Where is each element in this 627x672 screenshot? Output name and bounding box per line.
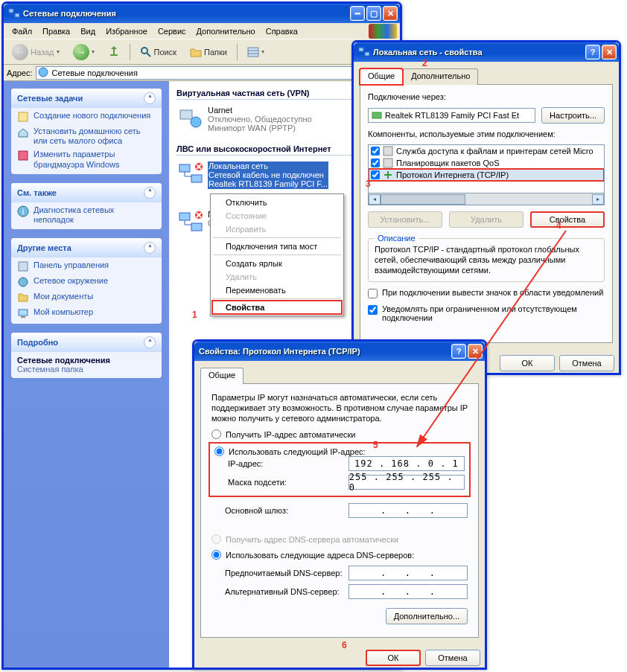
up-button[interactable] bbox=[103, 44, 125, 60]
radio-auto-ip-input[interactable] bbox=[211, 429, 221, 439]
alt-dns-field[interactable]: . . . bbox=[348, 584, 468, 599]
see-also-diagnostics[interactable]: iДиагностика сетевых неполадок bbox=[17, 205, 156, 225]
svg-rect-8 bbox=[19, 112, 28, 121]
remove-button[interactable]: Удалить bbox=[449, 211, 523, 228]
menubar: Файл Правка Вид Избранное Сервис Дополни… bbox=[4, 23, 400, 39]
component-file-print[interactable]: Служба доступа к файлам и принтерам сете… bbox=[369, 145, 604, 157]
ok-button[interactable]: ОК bbox=[366, 650, 421, 666]
titlebar[interactable]: Сетевые подключения ━ ▢ ✕ bbox=[4, 4, 400, 23]
cancel-button[interactable]: Отмена bbox=[425, 650, 480, 666]
tab-general[interactable]: Общие bbox=[360, 68, 403, 85]
scroll-track[interactable] bbox=[381, 194, 592, 205]
chevron-up-icon[interactable]: ˄ bbox=[144, 242, 156, 254]
views-dropdown-icon[interactable]: ▾ bbox=[261, 48, 264, 55]
computer-icon bbox=[17, 307, 29, 319]
ctx-disable[interactable]: Отключить bbox=[212, 196, 342, 209]
connection-status: Отключено, Общедоступно bbox=[208, 115, 312, 124]
panel-title[interactable]: Другие места˄ bbox=[11, 238, 162, 257]
cancel-button[interactable]: Отмена bbox=[559, 355, 614, 371]
install-button[interactable]: Установить... bbox=[368, 211, 442, 228]
close-button[interactable]: ✕ bbox=[383, 6, 398, 21]
views-button[interactable]: ▾ bbox=[242, 44, 270, 60]
radio-manual-ip-input[interactable] bbox=[214, 447, 224, 456]
radio-auto-ip[interactable]: Получить IP-адрес автоматически bbox=[211, 429, 468, 439]
menu-favorites[interactable]: Избранное bbox=[101, 25, 153, 37]
notify-option[interactable]: Уведомлять при ограниченном или отсутств… bbox=[368, 304, 605, 322]
components-label: Компоненты, используемые этим подключени… bbox=[368, 129, 605, 138]
panel-title[interactable]: Подробно˄ bbox=[11, 333, 162, 352]
component-tcpip[interactable]: Протокол Интернета (TCP/IP) bbox=[369, 169, 604, 181]
details-sub: Системная папка bbox=[17, 365, 83, 374]
back-dropdown-icon[interactable]: ▾ bbox=[57, 48, 60, 55]
panel-title[interactable]: Сетевые задачи˄ bbox=[11, 89, 162, 108]
tab-advanced[interactable]: Дополнительно bbox=[403, 68, 478, 85]
ip-address-field[interactable]: 192 . 168 . 0 . 1 bbox=[348, 456, 465, 471]
tray-icon-checkbox[interactable] bbox=[368, 289, 378, 298]
task-firewall[interactable]: Изменить параметры брандмауэра Windows bbox=[17, 150, 156, 169]
help-button[interactable]: ? bbox=[585, 45, 600, 60]
task-new-connection[interactable]: Создание нового подключения bbox=[17, 111, 156, 123]
other-my-computer[interactable]: Мой компьютер bbox=[17, 307, 156, 319]
folders-button[interactable]: Папки bbox=[185, 44, 232, 60]
component-checkbox[interactable] bbox=[371, 170, 380, 179]
chevron-up-icon[interactable]: ˄ bbox=[144, 336, 156, 348]
scroll-left-icon[interactable]: ◂ bbox=[369, 194, 381, 205]
tray-icon-option[interactable]: При подключении вывести значок в области… bbox=[368, 288, 605, 298]
notify-checkbox[interactable] bbox=[368, 305, 378, 315]
components-list[interactable]: Служба доступа к файлам и принтерам сете… bbox=[368, 144, 605, 193]
ip-settings: IP-адрес: 192 . 168 . 0 . 1 Маска подсет… bbox=[214, 456, 465, 490]
other-network-env[interactable]: Сетевое окружение bbox=[17, 276, 156, 288]
menu-view[interactable]: Вид bbox=[75, 25, 101, 37]
properties-button[interactable]: Свойства bbox=[530, 211, 605, 228]
close-button[interactable]: ✕ bbox=[602, 45, 617, 60]
panel-title[interactable]: См. также˄ bbox=[11, 183, 162, 202]
menu-edit[interactable]: Правка bbox=[37, 25, 75, 37]
task-home-network[interactable]: Установить домашнюю сеть или сеть малого… bbox=[17, 127, 156, 146]
chevron-up-icon[interactable]: ˄ bbox=[144, 92, 156, 104]
component-qos[interactable]: Планировщик пакетов QoS bbox=[369, 157, 604, 169]
maximize-button[interactable]: ▢ bbox=[366, 6, 381, 21]
ctx-shortcut[interactable]: Создать ярлык bbox=[212, 257, 342, 270]
gateway-field[interactable]: . . . bbox=[348, 503, 468, 518]
address-bar: Адрес: Сетевые подключения ▾ ➔ bbox=[4, 65, 400, 81]
search-button[interactable]: Поиск bbox=[135, 44, 182, 60]
pref-dns-field[interactable]: . . . bbox=[348, 566, 468, 580]
svg-rect-28 bbox=[359, 48, 363, 51]
component-checkbox[interactable] bbox=[371, 147, 380, 156]
forward-dropdown-icon[interactable]: ▾ bbox=[92, 48, 95, 55]
titlebar[interactable]: Свойства: Протокол Интернета (TCP/IP) ? … bbox=[194, 342, 485, 361]
minimize-button[interactable]: ━ bbox=[350, 6, 365, 21]
forward-icon: → bbox=[73, 44, 89, 60]
forward-button[interactable]: → ▾ bbox=[68, 42, 100, 63]
help-button[interactable]: ? bbox=[451, 344, 466, 359]
horizontal-scrollbar[interactable]: ◂ ▸ bbox=[368, 193, 605, 205]
menu-file[interactable]: Файл bbox=[7, 25, 37, 37]
address-field[interactable]: Сетевые подключения ▾ bbox=[36, 66, 379, 80]
titlebar[interactable]: Локальная сеть - свойства ? ✕ bbox=[354, 42, 619, 62]
chevron-up-icon[interactable]: ˄ bbox=[144, 187, 156, 199]
svg-rect-14 bbox=[19, 310, 28, 316]
back-button[interactable]: ← Назад ▾ bbox=[7, 42, 65, 63]
ctx-rename[interactable]: Переименовать bbox=[212, 284, 342, 297]
tab-general[interactable]: Общие bbox=[200, 368, 244, 384]
advanced-button[interactable]: Дополнительно... bbox=[386, 608, 468, 624]
ctx-properties[interactable]: Свойства bbox=[212, 301, 342, 314]
radio-manual-dns[interactable]: Использовать следующие адреса DNS-сервер… bbox=[211, 550, 468, 560]
component-checkbox[interactable] bbox=[371, 159, 380, 167]
subnet-mask-field[interactable]: 255 . 255 . 255 . 0 bbox=[348, 475, 465, 490]
ok-button[interactable]: ОК bbox=[500, 355, 555, 371]
configure-button[interactable]: Настроить... bbox=[541, 107, 605, 124]
other-my-docs[interactable]: Мои документы bbox=[17, 292, 156, 304]
close-button[interactable]: ✕ bbox=[468, 344, 483, 359]
svg-point-13 bbox=[19, 278, 28, 287]
other-control-panel[interactable]: Панель управления bbox=[17, 260, 156, 272]
svg-text:i: i bbox=[22, 207, 24, 216]
scroll-thumb[interactable] bbox=[381, 194, 465, 205]
menu-tools[interactable]: Сервис bbox=[153, 25, 191, 37]
ctx-bridge[interactable]: Подключения типа мост bbox=[212, 240, 342, 253]
radio-manual-dns-input[interactable] bbox=[211, 550, 221, 560]
menu-advanced[interactable]: Дополнительно bbox=[191, 25, 261, 37]
scroll-right-icon[interactable]: ▸ bbox=[592, 194, 604, 205]
radio-manual-ip[interactable]: Использовать следующий IP-адрес: bbox=[214, 447, 465, 456]
menu-help[interactable]: Справка bbox=[261, 25, 303, 37]
